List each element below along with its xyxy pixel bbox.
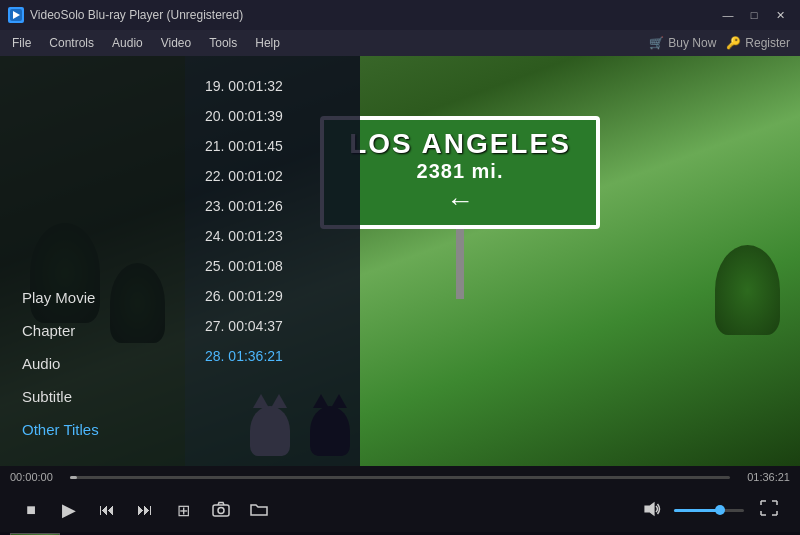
volume-thumb bbox=[715, 505, 725, 515]
title-bar: VideoSolo Blu-ray Player (Unregistered) … bbox=[0, 0, 800, 30]
stop-button[interactable]: ■ bbox=[14, 493, 48, 527]
sign-city: LOS ANGELES bbox=[338, 128, 582, 160]
progress-area: 00:00:00 01:36:21 bbox=[0, 466, 800, 488]
progress-track[interactable] bbox=[70, 476, 730, 479]
sign-arrow: ← bbox=[338, 185, 582, 217]
fullscreen-button[interactable] bbox=[752, 493, 786, 527]
menu-chapter[interactable]: Chapter bbox=[0, 314, 185, 347]
prev-chapter-icon: ⏮ bbox=[99, 501, 115, 519]
menu-file[interactable]: File bbox=[4, 33, 39, 53]
progress-fill bbox=[70, 476, 77, 479]
grid-icon: ⊞ bbox=[177, 501, 190, 520]
folder-button[interactable] bbox=[242, 493, 276, 527]
chapter-panel: 19. 00:01:32 20. 00:01:39 21. 00:01:45 2… bbox=[185, 56, 360, 466]
title-text: VideoSolo Blu-ray Player (Unregistered) bbox=[30, 8, 243, 22]
chapter-item-27[interactable]: 27. 00:04:37 bbox=[185, 311, 360, 341]
app-icon bbox=[8, 7, 24, 23]
volume-fill bbox=[674, 509, 720, 512]
menu-other-titles[interactable]: Other Titles bbox=[0, 413, 185, 446]
sign-board: LOS ANGELES 2381 mi. ← bbox=[320, 116, 600, 229]
time-total: 01:36:21 bbox=[738, 471, 790, 483]
buy-now-label: Buy Now bbox=[668, 36, 716, 50]
left-panel: Play Movie Chapter Audio Subtitle Other … bbox=[0, 56, 185, 466]
camera-icon bbox=[212, 501, 230, 520]
folder-icon bbox=[250, 501, 268, 520]
chapter-item-26[interactable]: 26. 00:01:29 bbox=[185, 281, 360, 311]
chapter-item-23[interactable]: 23. 00:01:26 bbox=[185, 191, 360, 221]
next-chapter-button[interactable]: ⏭ bbox=[128, 493, 162, 527]
sign-post bbox=[456, 229, 464, 299]
grid-button[interactable]: ⊞ bbox=[166, 493, 200, 527]
snapshot-button[interactable] bbox=[204, 493, 238, 527]
controls-bar: 00:00:00 01:36:21 ■ ▶ ⏮ ⏭ ⊞ bbox=[0, 466, 800, 535]
stop-icon: ■ bbox=[26, 501, 36, 519]
sign-distance: 2381 mi. bbox=[338, 160, 582, 183]
buy-now-button[interactable]: 🛒 Buy Now bbox=[649, 36, 716, 50]
register-button[interactable]: 🔑 Register bbox=[726, 36, 790, 50]
menu-bar: File Controls Audio Video Tools Help 🛒 B… bbox=[0, 30, 800, 56]
playback-right bbox=[636, 493, 786, 527]
svg-marker-4 bbox=[645, 503, 654, 515]
playback-left: ■ ▶ ⏮ ⏭ ⊞ bbox=[14, 493, 276, 527]
svg-point-3 bbox=[218, 507, 224, 513]
menu-controls[interactable]: Controls bbox=[41, 33, 102, 53]
register-label: Register bbox=[745, 36, 790, 50]
play-button[interactable]: ▶ bbox=[52, 493, 86, 527]
volume-track[interactable] bbox=[674, 509, 744, 512]
tree-decoration bbox=[715, 245, 780, 335]
volume-area bbox=[636, 493, 744, 527]
cart-icon: 🛒 bbox=[649, 36, 664, 50]
road-sign: LOS ANGELES 2381 mi. ← bbox=[320, 116, 600, 299]
video-area: LOS ANGELES 2381 mi. ← Play Movie Chapte… bbox=[0, 56, 800, 466]
menu-audio[interactable]: Audio bbox=[104, 33, 151, 53]
menu-audio-track[interactable]: Audio bbox=[0, 347, 185, 380]
prev-chapter-button[interactable]: ⏮ bbox=[90, 493, 124, 527]
maximize-button[interactable]: □ bbox=[742, 5, 766, 25]
minimize-button[interactable]: — bbox=[716, 5, 740, 25]
chapter-item-21[interactable]: 21. 00:01:45 bbox=[185, 131, 360, 161]
volume-button[interactable] bbox=[636, 493, 670, 527]
play-icon: ▶ bbox=[62, 499, 76, 521]
playback-row: ■ ▶ ⏮ ⏭ ⊞ bbox=[0, 488, 800, 532]
chapter-item-24[interactable]: 24. 00:01:23 bbox=[185, 221, 360, 251]
time-elapsed: 00:00:00 bbox=[10, 471, 62, 483]
chapter-item-20[interactable]: 20. 00:01:39 bbox=[185, 101, 360, 131]
menu-subtitle[interactable]: Subtitle bbox=[0, 380, 185, 413]
next-chapter-icon: ⏭ bbox=[137, 501, 153, 519]
title-bar-left: VideoSolo Blu-ray Player (Unregistered) bbox=[8, 7, 243, 23]
chapter-item-25[interactable]: 25. 00:01:08 bbox=[185, 251, 360, 281]
menu-right: 🛒 Buy Now 🔑 Register bbox=[649, 36, 796, 50]
menu-tools[interactable]: Tools bbox=[201, 33, 245, 53]
menu-help[interactable]: Help bbox=[247, 33, 288, 53]
menu-video[interactable]: Video bbox=[153, 33, 199, 53]
svg-rect-2 bbox=[213, 505, 229, 516]
menu-play-movie[interactable]: Play Movie bbox=[0, 281, 185, 314]
chapter-item-22[interactable]: 22. 00:01:02 bbox=[185, 161, 360, 191]
fullscreen-icon bbox=[760, 500, 778, 520]
key-icon: 🔑 bbox=[726, 36, 741, 50]
close-button[interactable]: ✕ bbox=[768, 5, 792, 25]
menu-left: File Controls Audio Video Tools Help bbox=[4, 33, 288, 53]
chapter-item-19[interactable]: 19. 00:01:32 bbox=[185, 71, 360, 101]
chapter-item-28[interactable]: 28. 01:36:21 bbox=[185, 341, 360, 371]
window-controls: — □ ✕ bbox=[716, 5, 792, 25]
volume-icon bbox=[644, 501, 662, 520]
